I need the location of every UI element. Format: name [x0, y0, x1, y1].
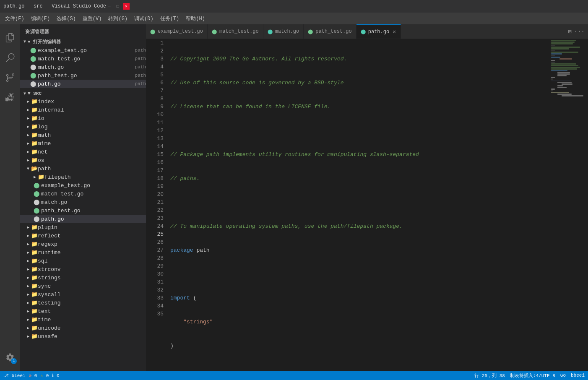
minimize-button[interactable]: ─ [106, 3, 113, 10]
tree-item-sql[interactable]: ▶ 📁 sql [20, 257, 146, 265]
tree-item-example-test-go[interactable]: ⬤ example_test.go [20, 181, 146, 190]
tree-item-plugin[interactable]: ▶ 📁 plugin [20, 223, 146, 232]
tree-item-strconv[interactable]: ▶ 📁 strconv [20, 265, 146, 273]
info-count[interactable]: ℹ 0 [52, 373, 59, 378]
tree-item-io[interactable]: ▶ 📁 io [20, 114, 146, 122]
folder-name: net [38, 149, 146, 155]
open-file-path-test[interactable]: ⬤ path_test.go path [20, 71, 146, 80]
code-line-9: package path [170, 246, 550, 254]
tree-item-net[interactable]: ▶ 📁 net [20, 148, 146, 156]
code-content[interactable]: // Copyright 2009 The Go Authors. All ri… [167, 39, 550, 371]
folder-icon: 📁 [31, 283, 38, 289]
tree-item-unsafe[interactable]: ▶ 📁 unsafe [20, 332, 146, 341]
editor[interactable]: 1 2 3 4 5 6 7 8 9 10 11 12 13 14 15 16 1… [146, 39, 588, 371]
menu-edit[interactable]: 编辑(E) [28, 13, 54, 24]
tree-item-regexp[interactable]: ▶ 📁 regexp [20, 240, 146, 248]
warning-count[interactable]: ⚠ 0 [40, 373, 49, 378]
tree-item-index[interactable]: ▶ 📁 index [20, 97, 146, 106]
menu-help[interactable]: 帮助(H) [182, 13, 208, 24]
file-name: match.go [41, 199, 146, 206]
test-file-icon: ⬤ [30, 47, 36, 54]
menu-goto[interactable]: 转到(G) [105, 13, 131, 24]
maximize-button[interactable]: □ [114, 3, 121, 10]
tree-item-path[interactable]: ▼ 📂 path [20, 164, 146, 173]
tree-item-filepath[interactable]: ▶ 📁 filepath [20, 173, 146, 181]
more-actions-button[interactable]: ··· [574, 28, 585, 35]
language-mode[interactable]: Go [560, 373, 566, 378]
menu-debug[interactable]: 调试(D) [131, 13, 157, 24]
cursor-position[interactable]: 行 25，列 38 [474, 372, 505, 379]
tab-path-test[interactable]: ⬤ path_test.go [304, 24, 356, 39]
tree-item-unicode[interactable]: ▶ 📁 unicode [20, 324, 146, 332]
activity-extensions[interactable] [0, 88, 20, 108]
activity-git[interactable] [0, 68, 20, 88]
tree-item-match-go[interactable]: ⬤ match.go [20, 198, 146, 206]
folder-chevron-icon: ▶ [27, 250, 29, 255]
tab-path[interactable]: ⬤ path.go ✕ [356, 24, 401, 39]
tree-item-runtime[interactable]: ▶ 📁 runtime [20, 248, 146, 257]
folder-name: mime [38, 141, 146, 147]
tree-item-path-test-go[interactable]: ⬤ path_test.go [20, 206, 146, 215]
tab-match-test[interactable]: ⬤ match_test.go [208, 24, 263, 39]
encoding-info[interactable]: 制表符插入:4/UTF-8 [510, 372, 555, 379]
folder-chevron-icon: ▶ [27, 133, 29, 138]
git-branch-status[interactable]: ⎇ bleei [3, 373, 26, 378]
tab-match[interactable]: ⬤ match.go [263, 24, 304, 39]
tab-example-test[interactable]: ⬤ example_test.go [146, 24, 208, 39]
open-file-name: match.go [38, 64, 133, 70]
tree-item-os[interactable]: ▶ 📁 os [20, 156, 146, 164]
tree-item-reflect[interactable]: ▶ 📁 reflect [20, 232, 146, 240]
title-text: path.go — src — Visual Studio Code [3, 3, 106, 9]
open-file-match[interactable]: ⬤ match.go path [20, 63, 146, 71]
editor-area: ⬤ example_test.go ⬤ match_test.go ⬤ matc… [146, 24, 588, 371]
folder-chevron-icon: ▶ [27, 334, 29, 339]
menu-select[interactable]: 选择(S) [53, 13, 79, 24]
open-editors-header[interactable]: ▼ ▼ 打开的编辑器 [20, 37, 146, 46]
folder-chevron-icon: ▶ [27, 267, 29, 272]
folder-name: text [38, 308, 146, 315]
tab-label: example_test.go [158, 29, 203, 34]
tree-item-strings[interactable]: ▶ 📁 strings [20, 273, 146, 282]
activity-explorer[interactable] [0, 28, 20, 48]
warning-count-value: 0 [46, 373, 49, 378]
file-explorer[interactable]: ▼ ▼ 打开的编辑器 ⬤ example_test.go path ⬤ matc… [20, 37, 146, 371]
tree-item-path-go[interactable]: ⬤ path.go [20, 215, 146, 223]
tree-item-internal[interactable]: ▶ 📁 internal [20, 106, 146, 114]
test-file-icon: ⬤ [30, 72, 36, 79]
error-count[interactable]: ⊗ 0 [29, 373, 37, 378]
tab-label: path_test.go [315, 29, 351, 34]
activity-settings[interactable]: 1 [0, 347, 20, 367]
tree-item-syscall[interactable]: ▶ 📁 syscall [20, 290, 146, 299]
folder-chevron-icon: ▶ [27, 284, 29, 289]
menu-file[interactable]: 文件(F) [2, 13, 28, 24]
tree-item-math[interactable]: ▶ 📁 math [20, 131, 146, 139]
code-line-3: // License that can be found in the LICE… [170, 103, 550, 111]
folder-name: io [38, 115, 146, 122]
tree-item-mime[interactable]: ▶ 📁 mime [20, 139, 146, 148]
tree-item-log[interactable]: ▶ 📁 log [20, 122, 146, 131]
tree-item-time[interactable]: ▶ 📁 time [20, 315, 146, 324]
feedback-info[interactable]: bbeei [571, 373, 585, 378]
menu-view[interactable]: 重置(V) [79, 13, 105, 24]
file-name: path_test.go [41, 208, 146, 214]
tree-item-sync[interactable]: ▶ 📁 sync [20, 282, 146, 290]
tree-item-testing[interactable]: ▶ 📁 testing [20, 299, 146, 307]
status-bar: ⎇ bleei ⊗ 0 ⚠ 0 ℹ 0 行 25，列 38 制表符插入:4/UT… [0, 371, 588, 380]
open-file-path: path [135, 65, 146, 70]
folder-name: sync [38, 283, 146, 289]
tab-close-button[interactable]: ✕ [393, 28, 396, 35]
open-file-example-test[interactable]: ⬤ example_test.go path [20, 46, 146, 55]
folder-chevron-icon: ▶ [27, 309, 29, 314]
menu-tasks[interactable]: 任务(T) [157, 13, 183, 24]
tab-label: path.go [368, 29, 389, 35]
tree-item-text[interactable]: ▶ 📁 text [20, 307, 146, 315]
split-editor-button[interactable]: ⊞ [568, 28, 571, 35]
open-file-path[interactable]: ⬤ path.go path [20, 80, 146, 88]
status-left: ⎇ bleei ⊗ 0 ⚠ 0 ℹ 0 [3, 373, 60, 378]
tree-item-match-test-go[interactable]: ⬤ match_test.go [20, 190, 146, 198]
activity-search[interactable] [0, 48, 20, 68]
src-header[interactable]: ▼ ▼ SRC [20, 90, 146, 97]
folder-name: regexp [38, 241, 146, 247]
close-button[interactable]: ✕ [123, 3, 130, 10]
open-file-match-test[interactable]: ⬤ match_test.go path [20, 55, 146, 63]
